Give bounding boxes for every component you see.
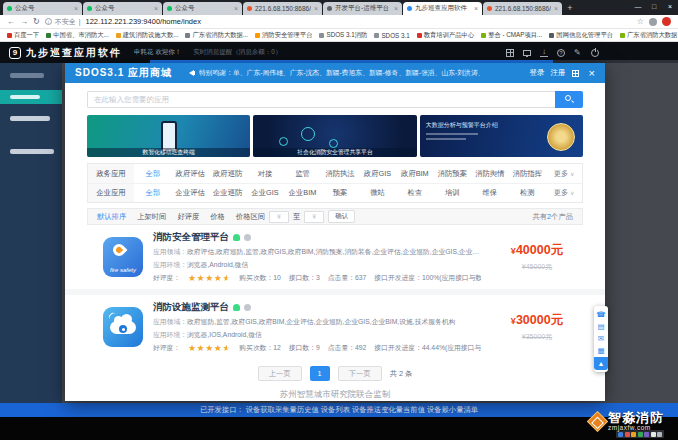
sidebar-menu-item[interactable] — [10, 149, 54, 154]
tab-close-icon[interactable]: × — [394, 5, 398, 12]
cat-gov-item[interactable]: 对接 — [246, 169, 283, 179]
bookmark-item[interactable]: 教育培训产品中心 — [417, 31, 474, 40]
cat-ent-item[interactable]: 企业巡防 — [209, 188, 246, 198]
page-1-button[interactable]: 1 — [310, 366, 330, 381]
bookmark-item[interactable]: 国网信息化管理平台 — [549, 31, 613, 40]
bookmark-item[interactable]: SDOS 3.1消防 — [319, 31, 367, 40]
register-link[interactable]: 注册 — [551, 68, 566, 78]
tab-gongzhonghao-2[interactable]: 公众号× — [83, 2, 162, 15]
minimize-button[interactable]: — — [630, 0, 646, 14]
message-icon[interactable]: ✉ — [594, 332, 608, 344]
cat-ent-item[interactable]: 维保 — [471, 188, 508, 198]
tab-ip-site-1[interactable]: 221.6.68.150:8686/html/...× — [243, 2, 322, 15]
cat-gov-item[interactable]: 政府巡防 — [209, 169, 246, 179]
bookmark-item[interactable]: SDOS 3.1 — [374, 32, 409, 39]
ent-more-button[interactable]: 更多∨ — [546, 184, 582, 202]
cat-ent-all[interactable]: 全部 — [134, 188, 171, 198]
tab-close-icon[interactable]: × — [154, 5, 158, 12]
banner-network-platform[interactable]: 社会化消防安全管理共享平台 — [253, 115, 416, 157]
sort-time[interactable]: 上架时间 — [137, 212, 166, 222]
bookmark-item[interactable]: 百度一下 — [7, 31, 39, 40]
banner-mobile-app[interactable]: 数智化移动巡查终端 — [87, 115, 250, 157]
url-text[interactable]: 122.112.221.239:9400/home/index — [86, 17, 632, 26]
tab-close-icon[interactable]: × — [74, 5, 78, 12]
qrcode-icon[interactable]: ▦ — [594, 344, 608, 356]
monitor-icon[interactable] — [523, 50, 531, 56]
sidebar-menu-item[interactable] — [10, 73, 44, 78]
sidebar-menu-item[interactable] — [10, 116, 50, 121]
power-icon[interactable] — [591, 49, 599, 57]
tab-gongzhonghao-3[interactable]: 公众号× — [163, 2, 242, 15]
maximize-button[interactable]: □ — [646, 0, 662, 14]
tab-ip-site-2[interactable]: 221.6.68.150:8686/html/...× — [483, 2, 562, 15]
cat-ent-item[interactable]: 企业BIM — [284, 188, 321, 198]
cat-ent-item[interactable]: 培训 — [434, 188, 471, 198]
new-tab-button[interactable]: + — [563, 2, 577, 15]
bookmark-item[interactable]: 消防安全管理平台 — [255, 31, 312, 40]
cat-gov-item[interactable]: 政府评估 — [171, 169, 208, 179]
cat-ent-item[interactable]: 检测 — [509, 188, 546, 198]
cat-gov-all[interactable]: 全部 — [134, 169, 171, 179]
tab-close-icon[interactable]: × — [554, 5, 558, 12]
cat-ent-item[interactable]: 预案 — [321, 188, 358, 198]
bookmark-item[interactable]: 中国省、市消防大... — [46, 31, 109, 40]
cat-gov-item[interactable]: 政府BIM — [396, 169, 433, 179]
tab-close-icon[interactable]: × — [234, 5, 238, 12]
sort-default[interactable]: 默认排序 — [97, 212, 126, 222]
bookmark-item[interactable]: 建筑消防设施大数... — [116, 31, 179, 40]
cat-ent-item[interactable]: 企业评估 — [171, 188, 208, 198]
back-icon[interactable]: ← — [7, 18, 15, 26]
edit-icon[interactable]: ✎ — [574, 49, 582, 57]
qr-grid-icon[interactable] — [572, 70, 579, 77]
document-icon[interactable]: ▤ — [594, 320, 608, 332]
sidebar-menu-item-active[interactable] — [0, 90, 62, 104]
download-icon[interactable]: ↓ — [540, 48, 548, 57]
price-max-input[interactable] — [304, 211, 324, 223]
bookmark-item[interactable]: 广东省消防大数据... — [620, 31, 678, 40]
product-card-facility-monitor[interactable]: 消防设施监测平台 应用领域：政府巡防,监管,政府GIS,政府BIM,企业评估,企… — [65, 295, 605, 359]
cat-gov-item[interactable]: 消防预案 — [434, 169, 471, 179]
product-name[interactable]: 消防设施监测平台 — [153, 301, 229, 314]
gov-more-button[interactable]: 更多∨ — [546, 164, 582, 183]
next-page-button[interactable]: 下一页 — [338, 366, 382, 381]
prev-page-button[interactable]: 上一页 — [258, 366, 302, 381]
bookmark-item[interactable]: 广东省消防大数据... — [185, 31, 248, 40]
search-button[interactable] — [555, 91, 583, 108]
close-window-button[interactable]: × — [662, 0, 678, 14]
sort-price[interactable]: 价格 — [210, 212, 225, 222]
forward-icon[interactable]: → — [20, 18, 28, 26]
back-to-top-button[interactable]: ▲ — [594, 357, 608, 370]
refresh-icon[interactable]: ↻ — [33, 18, 40, 26]
apps-grid-icon[interactable] — [506, 49, 514, 57]
bookmark-star-icon[interactable]: ☆ — [637, 17, 644, 26]
modal-close-icon[interactable]: × — [589, 68, 595, 79]
phone-icon[interactable]: ☎ — [594, 308, 608, 320]
price-min-input[interactable] — [269, 211, 289, 223]
tab-gongzhonghao-1[interactable]: 公众号× — [3, 2, 82, 15]
help-icon[interactable]: ? — [557, 49, 565, 57]
update-icon[interactable] — [662, 17, 671, 26]
search-input[interactable] — [87, 91, 555, 108]
banner-bigdata-platform[interactable]: 大数据分析与预警平台介绍 — [420, 115, 583, 157]
sort-praise[interactable]: 好评度 — [177, 212, 199, 222]
profile-avatar[interactable] — [649, 18, 657, 26]
cat-gov-item[interactable]: 消防舆情 — [471, 169, 508, 179]
login-link[interactable]: 登录 — [530, 68, 545, 78]
tab-dev-platform[interactable]: 开发平台-运维平台× — [323, 2, 402, 15]
product-name[interactable]: 消防安全管理平台 — [153, 231, 229, 244]
cat-gov-item[interactable]: 政府GIS — [359, 169, 396, 179]
tab-jiubu-active[interactable]: 九步巡查应用软件× — [403, 2, 482, 15]
cat-gov-item[interactable]: 监管 — [284, 169, 321, 179]
tab-close-icon[interactable]: × — [474, 5, 478, 12]
product-icon-cloud-eye — [103, 307, 143, 347]
cat-gov-item[interactable]: 消防指挥 — [509, 169, 546, 179]
product-card-fire-safety[interactable]: fire safety 消防安全管理平台 应用领域：政府评估,政府巡防,监管,政… — [65, 225, 605, 289]
tab-close-icon[interactable]: × — [314, 5, 318, 12]
security-chip[interactable]: i不安全| — [45, 17, 81, 27]
cat-ent-item[interactable]: 企业GIS — [246, 188, 283, 198]
cat-gov-item[interactable]: 消防执法 — [321, 169, 358, 179]
cat-ent-item[interactable]: 微站 — [359, 188, 396, 198]
cat-ent-item[interactable]: 检查 — [396, 188, 433, 198]
bookmark-item[interactable]: 整合 - CMAP项目... — [481, 31, 542, 40]
confirm-button[interactable]: 确认 — [328, 210, 355, 223]
